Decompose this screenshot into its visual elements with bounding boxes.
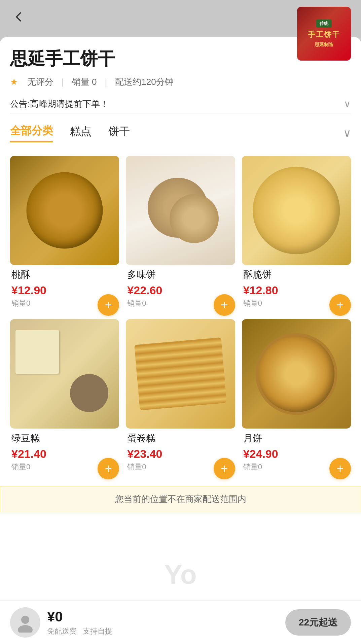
product-card[interactable]: 绿豆糕 ¥21.40 销量0 + (10, 319, 119, 476)
divider1: | (62, 77, 64, 87)
product-name: 绿豆糕 (11, 432, 118, 445)
add-to-cart-button[interactable]: + (214, 294, 235, 316)
watermark: Yo (164, 559, 196, 590)
delivery-time: 配送约120分钟 (115, 76, 173, 88)
product-info: 酥脆饼 ¥12.80 销量0 + (242, 265, 351, 312)
product-info: 桃酥 ¥12.90 销量0 + (10, 265, 119, 312)
product-info: 多味饼 ¥22.60 销量0 + (126, 265, 235, 312)
product-price: ¥12.80 (243, 284, 350, 297)
bottom-bar: ¥0 免配送费 支持自提 22元起送 (0, 600, 361, 644)
category-tabs: 全部分类 糕点 饼干 ∨ (10, 124, 351, 146)
delivery-notice: 您当前的位置不在商家配送范围内 (0, 486, 361, 512)
svg-point-6 (18, 625, 33, 633)
product-price: ¥21.40 (11, 447, 118, 461)
product-name: 桃酥 (11, 268, 118, 281)
self-pickup-text: 支持自提 (83, 627, 112, 635)
logo-subtext: 思延制造 (315, 42, 333, 48)
add-to-cart-button[interactable]: + (329, 458, 351, 479)
tab-gaodian[interactable]: 糕点 (70, 124, 92, 142)
checkout-button[interactable]: 22元起送 (285, 609, 351, 636)
product-card[interactable]: 月饼 ¥24.90 销量0 + (242, 319, 351, 476)
product-name: 酥脆饼 (243, 268, 350, 281)
announcement-text: 公告:高峰期请提前下单！ (10, 98, 109, 110)
product-info: 绿豆糕 ¥21.40 销量0 + (10, 429, 119, 476)
store-logo: 传统 手工饼干 思延制造 (297, 7, 351, 61)
store-rating: 无评分 (27, 76, 53, 88)
product-image (126, 319, 235, 428)
product-price: ¥24.90 (243, 447, 350, 461)
cart-sub: 免配送费 支持自提 (47, 626, 285, 636)
product-price: ¥22.60 (127, 284, 233, 297)
product-grid: 桃酥 ¥12.90 销量0 + 多味饼 ¥22.60 销量0 + 酥脆饼 ¥12… (10, 156, 351, 476)
product-info: 月饼 ¥24.90 销量0 + (242, 429, 351, 476)
add-to-cart-button[interactable]: + (98, 294, 119, 316)
product-card[interactable]: 多味饼 ¥22.60 销量0 + (126, 156, 235, 312)
cart-avatar (10, 607, 40, 638)
product-image (126, 156, 235, 265)
add-to-cart-button[interactable]: + (98, 458, 119, 479)
cart-price: ¥0 (47, 609, 285, 625)
product-image (10, 156, 119, 265)
logo-badge: 传统 (316, 20, 332, 28)
divider2: | (105, 77, 107, 87)
product-name: 多味饼 (127, 268, 233, 281)
product-info: 蛋卷糕 ¥23.40 销量0 + (126, 429, 235, 476)
logo-text: 手工饼干 (308, 30, 340, 40)
product-name: 蛋卷糕 (127, 432, 233, 445)
product-image (242, 156, 351, 265)
delivery-notice-text: 您当前的位置不在商家配送范围内 (115, 494, 246, 504)
tab-all[interactable]: 全部分类 (10, 124, 53, 142)
back-button[interactable] (10, 8, 27, 25)
svg-point-5 (21, 616, 29, 624)
announcement-bar[interactable]: 公告:高峰期请提前下单！ ∨ (10, 95, 351, 113)
tab-binggan[interactable]: 饼干 (108, 124, 130, 142)
product-card[interactable]: 桃酥 ¥12.90 销量0 + (10, 156, 119, 312)
star-icon: ★ (10, 77, 18, 87)
product-card[interactable]: 酥脆饼 ¥12.80 销量0 + (242, 156, 351, 312)
product-card[interactable]: 蛋卷糕 ¥23.40 销量0 + (126, 319, 235, 476)
store-sales: 销量 0 (72, 76, 97, 88)
product-name: 月饼 (243, 432, 350, 445)
free-delivery-text: 免配送费 (47, 627, 77, 635)
product-image (242, 319, 351, 428)
chevron-down-icon: ∨ (344, 98, 351, 109)
product-price: ¥12.90 (11, 284, 118, 297)
cart-info: ¥0 免配送费 支持自提 (47, 609, 285, 636)
product-image (10, 319, 119, 428)
product-price: ¥23.40 (127, 447, 233, 461)
main-content: 思延手工饼干 ★ 无评分 | 销量 0 | 配送约120分钟 公告:高峰期请提前… (0, 37, 361, 644)
add-to-cart-button[interactable]: + (214, 458, 235, 479)
add-to-cart-button[interactable]: + (329, 294, 351, 316)
tab-expand-icon[interactable]: ∨ (343, 127, 351, 139)
store-meta: ★ 无评分 | 销量 0 | 配送约120分钟 (10, 76, 351, 88)
